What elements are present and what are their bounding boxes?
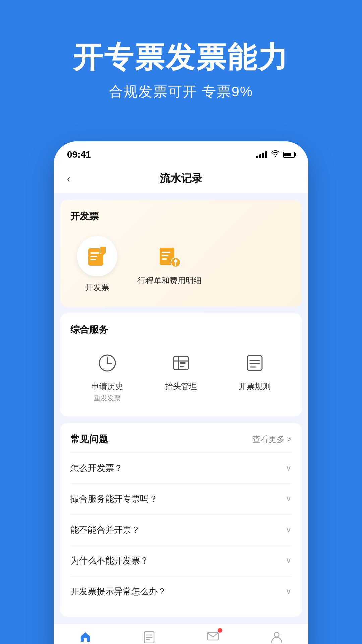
svg-rect-1 [90,252,99,254]
invoice-icon [86,245,109,268]
content-area: 开发票 [54,200,308,644]
messages-icon [205,629,220,644]
faq-item-3[interactable]: 为什么不能开发票？ ∨ [70,545,292,576]
faq-header: 常见问题 查看更多 > [70,433,292,446]
svg-rect-18 [180,366,184,367]
chevron-down-icon-1: ∨ [286,494,292,503]
invoice-section: 开发票 [60,200,302,307]
signal-icon [256,151,267,158]
hero-subtitle: 合规发票可开 专票9% [13,82,349,101]
hero-title: 开专票发票能力 [13,40,349,74]
history-icon [94,350,121,376]
faq-question-1: 撮合服务能开专票吗？ [70,493,158,505]
faq-item-0[interactable]: 怎么开发票？ ∨ [70,452,292,483]
page-title: 流水记录 [84,171,278,186]
open-invoice-label: 开发票 [85,282,109,293]
faq-question-0: 怎么开发票？ [70,462,123,474]
service-header-label: 抬头管理 [165,381,197,392]
itinerary-icon-wrap [156,243,183,270]
invoice-section-label: 开发票 [70,210,292,223]
faq-question-2: 能不能合并开票？ [70,524,140,536]
chevron-down-icon-2: ∨ [286,525,292,534]
tab-orders[interactable]: 订单 [126,629,173,644]
faq-item-4[interactable]: 开发票提示异常怎么办？ ∨ [70,576,292,607]
status-bar: 09:41 [54,141,308,165]
open-invoice-item[interactable]: 开发票 [70,236,124,293]
notification-dot [218,628,222,633]
itinerary-item[interactable]: 行程单和费用明细 [137,236,202,286]
tab-profile[interactable]: 我的 [253,629,300,644]
services-section: 综合服务 申请历史 重发发票 [60,313,302,416]
orders-icon [142,629,157,644]
phone-wrapper: 09:41 ‹ 流水记录 [0,121,362,644]
svg-point-28 [274,632,279,637]
tab-home[interactable]: 首页 [62,629,109,644]
hero-section: 开专票发票能力 合规发票可开 专票9% [0,0,362,121]
battery-icon [283,152,295,158]
service-history-label: 申请历史 [91,381,123,392]
service-rules[interactable]: 开票规则 [231,350,278,403]
profile-icon [269,629,284,644]
service-header[interactable]: 抬头管理 [158,350,204,403]
chevron-down-icon-0: ∨ [286,463,292,473]
rules-icon [241,350,268,376]
svg-rect-8 [162,255,168,256]
svg-rect-7 [162,252,170,253]
faq-item-2[interactable]: 能不能合并开票？ ∨ [70,514,292,545]
faq-item-1[interactable]: 撮合服务能开专票吗？ ∨ [70,483,292,514]
faq-section: 常见问题 查看更多 > 怎么开发票？ ∨ 撮合服务能开专票吗？ ∨ 能不能合并开… [60,423,302,617]
chevron-down-icon-4: ∨ [286,587,292,596]
tab-messages[interactable]: 消息 [189,629,236,644]
itinerary-icon [158,245,181,268]
services-section-label: 综合服务 [70,323,292,336]
faq-more-button[interactable]: 查看更多 > [252,434,292,445]
tab-bar: 首页 订单 [54,624,308,644]
invoice-items-row: 开发票 [70,233,292,297]
status-icons [256,150,295,159]
chevron-down-icon-3: ∨ [286,556,292,565]
svg-rect-2 [90,256,97,257]
wifi-icon [271,150,280,159]
faq-question-3: 为什么不能开发票？ [70,555,149,567]
faq-question-4: 开发票提示异常怎么办？ [70,586,166,597]
svg-rect-3 [90,259,96,260]
services-row: 申请历史 重发发票 [70,346,292,406]
nav-bar: ‹ 流水记录 [54,165,308,193]
itinerary-label: 行程单和费用明细 [137,275,202,286]
phone-mockup: 09:41 ‹ 流水记录 [54,141,308,644]
svg-rect-17 [180,362,186,364]
service-rules-label: 开票规则 [239,381,271,392]
back-button[interactable]: ‹ [67,173,84,184]
service-history[interactable]: 申请历史 重发发票 [84,350,131,403]
faq-title: 常见问题 [70,433,108,446]
service-history-sublabel: 重发发票 [94,394,121,403]
open-invoice-icon-circle [77,236,117,276]
home-icon [78,629,93,644]
header-icon [168,350,194,376]
svg-rect-9 [162,258,167,260]
status-time: 09:41 [67,149,91,160]
svg-rect-19 [247,356,262,370]
